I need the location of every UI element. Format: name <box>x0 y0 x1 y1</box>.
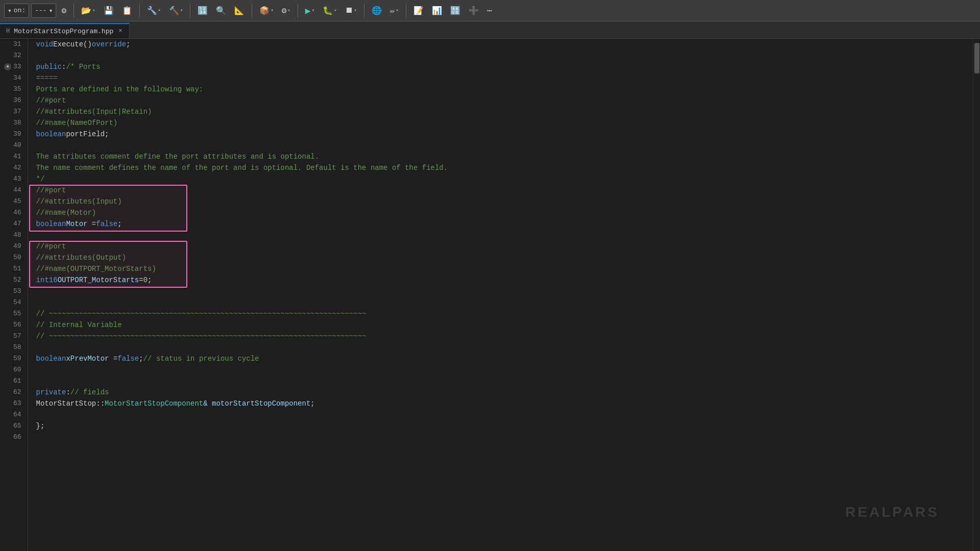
line-number-51: 51 <box>4 263 21 274</box>
line-number-39: 39 <box>4 129 21 140</box>
toolbar-chart-btn[interactable]: 📊 <box>429 4 445 18</box>
toolbar-more-btn[interactable]: ⋯ <box>484 4 495 18</box>
code-line-66 <box>36 432 973 443</box>
line-number-64: 64 <box>4 409 21 420</box>
line-number-47: 47 <box>4 218 21 230</box>
line-number-37: 37 <box>4 106 21 117</box>
code-line-42: The name comment defines the name of the… <box>36 162 973 173</box>
toolbar-on-dropdown[interactable]: ▾ on: <box>4 4 29 18</box>
code-line-44: //#port <box>36 185 973 196</box>
code-line-61 <box>36 375 973 387</box>
code-line-43: */ <box>36 173 973 185</box>
line-number-42: 42 <box>4 162 21 173</box>
code-line-37: //#attributes(Input|Retain) <box>36 106 973 117</box>
toolbar-build-btn[interactable]: 🔧▾ <box>144 4 164 18</box>
main-layout: 3132●33343536373839404142434445464748495… <box>0 39 980 551</box>
line-number-53: 53 <box>4 286 21 297</box>
code-line-33: public: /* Ports <box>36 61 973 72</box>
line-number-58: 58 <box>4 342 21 353</box>
line-number-44: 44 <box>4 185 21 196</box>
line-number-40: 40 <box>4 140 21 151</box>
tab-filename: MotorStartStopProgram.hpp <box>14 28 113 35</box>
tab-bar: H MotorStartStopProgram.hpp × <box>0 21 980 39</box>
code-line-57: // ~~~~~~~~~~~~~~~~~~~~~~~~~~~~~~~~~~~~~… <box>36 331 973 342</box>
toolbar-sep-6 <box>364 4 364 18</box>
code-area[interactable]: void Execute() override; public: /* Port… <box>28 39 973 551</box>
dropdown-on-label: on: <box>14 7 26 14</box>
code-line-50: //#attributes(Output) <box>36 252 973 263</box>
code-line-51: //#name(OUTPORT_MotorStarts) <box>36 263 973 274</box>
toolbar-sep-5 <box>298 4 298 18</box>
toolbar-open-btn[interactable]: 📂▾ <box>78 4 98 18</box>
toolbar-num-btn[interactable]: 🔢 <box>194 4 211 18</box>
toolbar-sep-7 <box>406 4 406 18</box>
code-line-40 <box>36 140 973 151</box>
line-numbers: 3132●33343536373839404142434445464748495… <box>0 39 28 551</box>
line-number-56: 56 <box>4 319 21 331</box>
line-number-54: 54 <box>4 297 21 308</box>
line-number-43: 43 <box>4 173 21 185</box>
code-line-55: // ~~~~~~~~~~~~~~~~~~~~~~~~~~~~~~~~~~~~~… <box>36 308 973 319</box>
code-line-38: //#name(NameOfPort) <box>36 117 973 129</box>
watermark: REALPARS <box>845 504 939 520</box>
code-line-41: The attributes comment define the port a… <box>36 151 973 162</box>
toolbar-debug-btn[interactable]: 🐛▾ <box>320 4 339 18</box>
toolbar-tool-btn[interactable]: 🔨▾ <box>166 4 186 18</box>
line-number-48: 48 <box>4 230 21 241</box>
line-number-61: 61 <box>4 375 21 387</box>
toolbar-saveas-btn[interactable]: 📋 <box>119 4 135 18</box>
toolbar-sep-3 <box>190 4 190 18</box>
line-number-35: 35 <box>4 84 21 95</box>
line-number-63: 63 <box>4 398 21 409</box>
code-line-58 <box>36 342 973 353</box>
code-line-52: int16 OUTPORT_MotorStarts = 0; <box>36 274 973 286</box>
toolbar-stop-btn[interactable]: ⏹▾ <box>342 4 360 18</box>
toolbar-search-btn[interactable]: 🔍 <box>213 4 229 18</box>
code-line-53 <box>36 286 973 297</box>
toolbar-save-btn[interactable]: 💾 <box>101 4 117 18</box>
toolbar-globe-btn[interactable]: 🌐 <box>369 4 385 18</box>
toolbar-pkg-btn[interactable]: 📦▾ <box>256 4 276 18</box>
code-line-60 <box>36 364 973 375</box>
code-line-63: MotorStartStop::MotorStartStopComponent&… <box>36 398 973 409</box>
fold-indicator[interactable]: ● <box>4 63 11 70</box>
line-number-65: 65 <box>4 420 21 432</box>
toolbar-cfg-btn[interactable]: ⚙️▾ <box>279 4 293 18</box>
line-number-49: 49 <box>4 241 21 252</box>
code-line-48 <box>36 230 973 241</box>
line-number-45: 45 <box>4 196 21 207</box>
line-number-31: 31 <box>4 39 21 50</box>
toolbar-add-btn[interactable]: ➕ <box>465 4 482 18</box>
code-line-31: void Execute() override; <box>36 39 973 50</box>
tab-close-btn[interactable]: × <box>117 28 123 35</box>
toolbar-edit-btn[interactable]: ✏️▾ <box>387 4 402 18</box>
code-line-46: //#name(Motor) <box>36 207 973 218</box>
code-line-54 <box>36 297 973 308</box>
toolbar-run-btn[interactable]: ▶▾ <box>302 4 317 18</box>
line-number-50: 50 <box>4 252 21 263</box>
code-line-64 <box>36 409 973 420</box>
code-line-34: ===== <box>36 72 973 84</box>
line-number-60: 60 <box>4 364 21 375</box>
file-tab[interactable]: H MotorStartStopProgram.hpp × <box>0 23 130 38</box>
line-number-34: 34 <box>4 72 21 84</box>
code-line-49: //#port <box>36 241 973 252</box>
code-line-56: // Internal Variable <box>36 319 973 331</box>
toolbar-sep-2 <box>139 4 140 18</box>
editor-area[interactable]: 3132●33343536373839404142434445464748495… <box>0 39 980 551</box>
toolbar-note-btn[interactable]: 📝 <box>410 4 427 18</box>
code-line-59: boolean xPrevMotor = false; // status in… <box>36 353 973 364</box>
code-line-65: }; <box>36 420 973 432</box>
line-number-62: 62 <box>4 387 21 398</box>
scroll-thumb[interactable] <box>974 43 979 73</box>
line-number-41: 41 <box>4 151 21 162</box>
toolbar-text-btn[interactable]: 🔠 <box>447 4 463 18</box>
line-number-33: ●33 <box>4 61 21 72</box>
toolbar-value-dropdown[interactable]: --- ▾ <box>31 4 56 18</box>
toolbar: ▾ on: --- ▾ ⚙ 📂▾ 💾 📋 🔧▾ 🔨▾ 🔢 🔍 📐 📦▾ ⚙️▾ … <box>0 0 980 21</box>
toolbar-settings-btn[interactable]: ⚙ <box>58 4 69 18</box>
scrollbar[interactable] <box>973 39 980 551</box>
line-number-32: 32 <box>4 50 21 61</box>
toolbar-sep-4 <box>252 4 252 18</box>
toolbar-layout-btn[interactable]: 📐 <box>231 4 248 18</box>
